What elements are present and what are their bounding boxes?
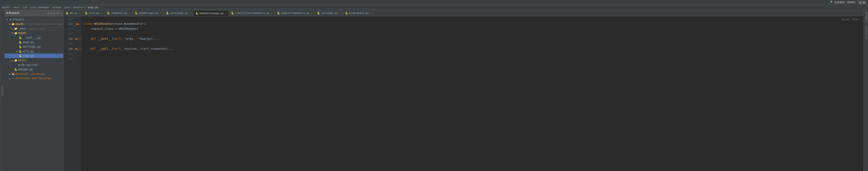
tab-close-day05wsgi[interactable]: ✕ (160, 12, 161, 14)
tree-item-wsgi[interactable]: 🐍 wsgi.py (4, 54, 63, 58)
line-num-147: 147 (63, 51, 74, 56)
tab-label-settings2: settings.py (321, 11, 338, 15)
project-panel-icons: ◎ ≡ ↕ ⚙ − (48, 11, 61, 15)
settings-icon[interactable]: ⚙ (57, 11, 58, 15)
tree-item-day05[interactable]: ▼ 📁 day05 E:\PycharmProjects\s2\day05 (4, 22, 63, 26)
gutter-112 (75, 16, 82, 21)
tab-bar: 🐍 md.py ✕ 🐍 urls.py ✕ 🐍 response.py ✕ 🐍 … (63, 10, 864, 16)
code-editor[interactable]: Reader Mode ✓ 112 113 114 115 116 119 12… (63, 16, 864, 171)
tab-middleware[interactable]: 🐍 middleware.py ✕ (343, 10, 374, 16)
code-content[interactable]: class WSGIHandler(base.BaseHandler): req… (82, 16, 864, 171)
tab-handlerswsgi[interactable]: 🐍 handlers\wsgi.py ✕ (193, 10, 229, 16)
breadcrumb-site-packages[interactable]: site-packages (30, 6, 50, 9)
tree-arrow-day05: ▼ (8, 23, 11, 25)
tree-item-ext-libs[interactable]: ▶ 📚 External Libraries (4, 72, 63, 76)
tab-close-middleware[interactable]: ✕ (370, 12, 371, 14)
tab-settings2[interactable]: 🐍 settings.py ✕ (315, 10, 343, 16)
tab-label-md: md.py (70, 11, 77, 15)
mic-icon: 🎤 (829, 1, 832, 4)
tree-sublabel-day05: E:\PycharmProjects\s2\day05 (25, 23, 63, 26)
gutter-fold-120[interactable]: + (79, 48, 81, 50)
line-num-119: 119 (63, 41, 74, 46)
nav-forward-button[interactable]: ▶ (862, 1, 866, 4)
breadcrumb-core[interactable]: core (64, 6, 70, 9)
nav-arrows: ◀ ▶ (858, 1, 866, 4)
tab-staticfilehandlers[interactable]: 🐍 staticfiles\handlers.py ✕ (229, 10, 275, 16)
tab-corewsgi[interactable]: 🐍 core\wsgi.py ✕ (164, 10, 193, 16)
gutter-arrow-116: ●↓ (75, 37, 79, 40)
tab-urls[interactable]: 🐍 urls.py ✕ (83, 10, 104, 16)
gutter-120[interactable]: ●↓ + (75, 46, 82, 51)
tree-item-urls[interactable]: ▶ 🐍 urls.py (4, 49, 63, 54)
breadcrumb-wsgi[interactable]: wsgi.py (88, 6, 98, 9)
project-vertical-label[interactable]: Project (0, 10, 4, 171)
right-label-database[interactable]: Database (864, 10, 868, 25)
tree-item-init[interactable]: 🐍 __init__.py (4, 35, 63, 40)
reader-mode-bar: Reader Mode ✓ (840, 16, 863, 23)
tab-close-staticfilehandlers[interactable]: ✕ (271, 12, 272, 14)
tree-item-venv[interactable]: ▶ 📁 .venv library root (4, 26, 63, 31)
line-num-116: 116 (63, 36, 74, 41)
tab-close-settings2[interactable]: ✕ (339, 12, 340, 14)
line-num-113: 113 (63, 21, 74, 26)
breadcrumb-django[interactable]: django (52, 6, 61, 9)
tab-wsgirefhandlers[interactable]: 🐍 wsgiref\handlers.py ✕ (275, 10, 315, 16)
nav-back-button[interactable]: ◀ (858, 1, 862, 4)
reader-mode-label: Reader Mode (841, 18, 858, 21)
tab-label-handlerswsgi: handlers\wsgi.py (199, 12, 223, 15)
tree-label-venv: .venv (18, 27, 26, 30)
breadcrumb-day05[interactable]: day05 (2, 6, 9, 9)
tree-label-scratches: Scratches and Consoles (16, 77, 52, 80)
tree-label-settings: settings.py (23, 45, 40, 48)
gutter-114 (75, 26, 82, 31)
tab-close-md[interactable]: ✕ (79, 12, 80, 14)
tree-arrow-urls: ▶ (16, 50, 19, 53)
tab-close-corewsgi[interactable]: ✕ (189, 12, 191, 14)
locate-icon[interactable]: ◎ (48, 11, 50, 15)
breadcrumb-lib[interactable]: Lib (23, 6, 27, 9)
tab-close-handlerswsgi[interactable]: ✕ (225, 12, 226, 15)
project-tree: ▼ ⊞ Project ▼ 📁 day05 E:\PycharmProjects… (4, 16, 63, 171)
code-line-112 (83, 16, 864, 21)
tree-arrow-day05-sub: ▼ (11, 32, 14, 34)
tree-label-urls: urls.py (23, 50, 34, 53)
tree-item-project[interactable]: ▼ ⊞ Project (4, 17, 63, 22)
sort-icon[interactable]: ↕ (54, 11, 55, 15)
code-line-120: def __call__(self, environ, start_respon… (83, 46, 864, 51)
project-panel-title: ⊞ Project (6, 11, 19, 15)
breadcrumb-venv[interactable]: .venv (12, 6, 20, 9)
tree-label-day05-sub: day05 (18, 31, 26, 35)
right-label-structure[interactable]: Structure (864, 25, 868, 40)
tree-label-utils: utils (18, 59, 26, 62)
gutter-148 (75, 56, 82, 61)
gutter-116[interactable]: ●↓ + (75, 36, 82, 41)
gutter-113[interactable]: ●↓ (75, 21, 82, 26)
tree-item-manage[interactable]: 🐍 manage.py (4, 67, 63, 72)
tab-day05wsgi[interactable]: 🐍 day05\wsgi.py ✕ (132, 10, 163, 16)
tree-item-day05-sub[interactable]: ▼ 📁 day05 (4, 31, 63, 35)
minimize-icon[interactable]: − (60, 11, 61, 15)
code-line-116: def __init__(self, *args, **kwargs):... (83, 36, 864, 41)
tree-item-asgi[interactable]: 🐍 asgi.py (4, 40, 63, 45)
tree-label-init: __init__.py (23, 36, 40, 39)
line-numbers: 112 113 114 115 116 119 120 147 148 (63, 16, 75, 171)
project-panel: ⊞ Project ◎ ≡ ↕ ⚙ − ▼ ⊞ Project (4, 10, 63, 171)
tab-md[interactable]: 🐍 md.py ✕ (63, 10, 83, 16)
project-panel-header: ⊞ Project ◎ ≡ ↕ ⚙ − (4, 10, 63, 16)
breadcrumb-handlers[interactable]: handlers (73, 6, 85, 9)
tree-item-settings[interactable]: 🐍 settings.py (4, 45, 63, 49)
code-line-114: request_class = WSGIRequest (83, 26, 864, 31)
tree-item-db[interactable]: 🗃 db.sqlite3 (4, 63, 63, 67)
tree-item-scratches[interactable]: ▶ ✏ Scratches and Consoles (4, 76, 63, 81)
code-line-115 (83, 31, 864, 36)
tree-item-utils[interactable]: ▶ 📁 utils (4, 58, 63, 63)
gutter: ●↓ ●↓ + ●↓ + (75, 16, 82, 171)
tab-close-urls[interactable]: ✕ (101, 12, 102, 14)
collapse-icon[interactable]: ≡ (51, 11, 52, 15)
tab-close-response[interactable]: ✕ (129, 12, 130, 14)
tab-close-wsgirefhandlers[interactable]: ✕ (311, 12, 312, 14)
tab-response[interactable]: 🐍 response.py ✕ (104, 10, 133, 16)
code-line-113: class WSGIHandler(base.BaseHandler): (83, 21, 864, 26)
gutter-fold-116[interactable]: + (79, 37, 81, 40)
tab-label-day05wsgi: day05\wsgi.py (139, 11, 158, 15)
